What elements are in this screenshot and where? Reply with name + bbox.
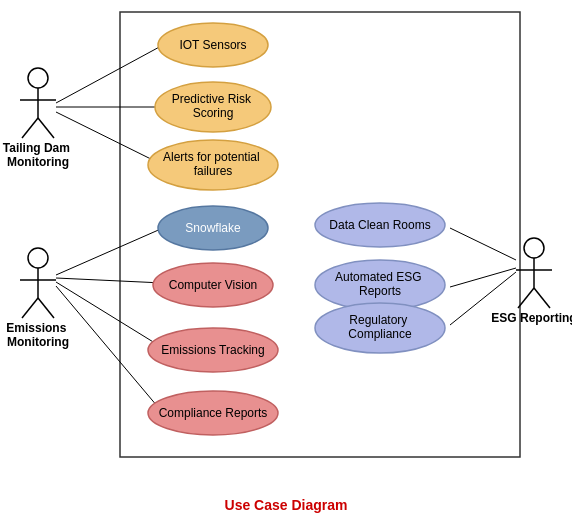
- actor-tailing-dam-head: [28, 68, 48, 88]
- actor-emissions-head: [28, 248, 48, 268]
- diagram-container: Tailing Dam Monitoring Emissions Monitor…: [0, 0, 572, 521]
- actor-esg-head: [524, 238, 544, 258]
- compliance-reports-label: Compliance Reports: [159, 406, 268, 420]
- line-aesg-esg: [450, 268, 516, 287]
- actor-emissions-label: Emissions Monitoring: [6, 321, 69, 349]
- line-em-emissions: [56, 282, 163, 348]
- actor-emissions-leg-left: [22, 298, 38, 318]
- main-svg: Tailing Dam Monitoring Emissions Monitor…: [0, 0, 572, 521]
- regulatory-compliance-label: Regulatory Compliance: [348, 313, 412, 341]
- line-em-snowflake: [56, 228, 163, 275]
- actor-esg-label: ESG Reporting: [491, 311, 572, 325]
- actor-emissions-leg-right: [38, 298, 54, 318]
- line-em-compliance: [56, 286, 163, 413]
- actor-tailing-dam-leg-left: [22, 118, 38, 138]
- line-em-cv: [56, 278, 163, 283]
- data-clean-rooms-label: Data Clean Rooms: [329, 218, 430, 232]
- diagram-title: Use Case Diagram: [0, 497, 572, 513]
- computer-vision-label: Computer Vision: [169, 278, 258, 292]
- snowflake-label: Snowflake: [185, 221, 241, 235]
- actor-tailing-dam-label: Tailing Dam Monitoring: [3, 141, 73, 169]
- emissions-tracking-label: Emissions Tracking: [161, 343, 264, 357]
- line-dcr-esg: [450, 228, 516, 260]
- actor-tailing-dam-leg-right: [38, 118, 54, 138]
- line-td-iot: [56, 45, 163, 103]
- iot-sensors-label: IOT Sensors: [179, 38, 246, 52]
- actor-esg-leg-right: [534, 288, 550, 308]
- line-td-alerts: [56, 112, 163, 165]
